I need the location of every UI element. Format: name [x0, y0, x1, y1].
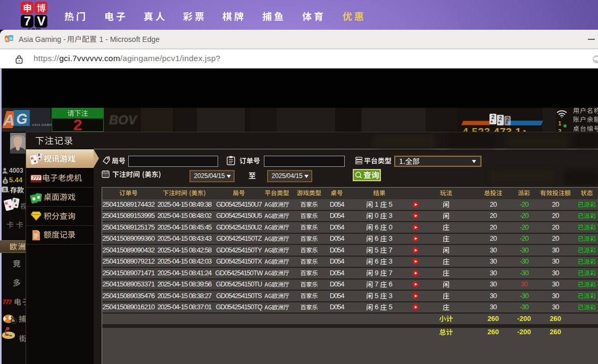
svg-text:A: A: [3, 111, 15, 129]
svg-text:S: S: [3, 187, 6, 192]
svg-text:A: A: [5, 37, 9, 42]
svg-text:$: $: [4, 179, 7, 184]
svg-text:G: G: [9, 36, 12, 41]
svg-text:G: G: [16, 111, 27, 127]
svg-text:777: 777: [3, 299, 12, 305]
svg-text:777: 777: [32, 175, 40, 181]
